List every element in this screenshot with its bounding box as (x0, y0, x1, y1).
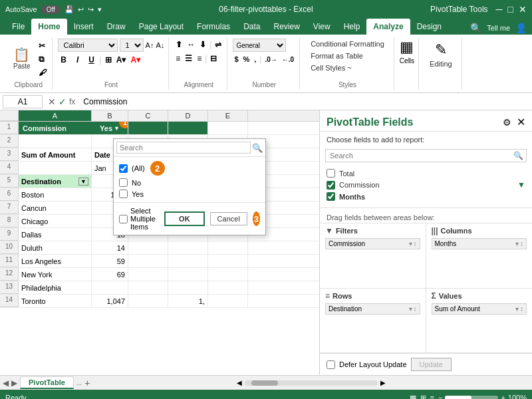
col-header-e[interactable]: E (208, 110, 248, 121)
checkbox-yes[interactable] (119, 190, 128, 198)
increase-font-icon[interactable]: A↑ (146, 41, 154, 49)
pivot-row-destination-move[interactable]: ↕ (414, 305, 417, 313)
pivot-field-commission-checkbox[interactable] (327, 181, 335, 190)
insert-function-icon[interactable]: fx (69, 97, 75, 106)
col-header-d[interactable]: D (168, 110, 208, 121)
autosave-toggle[interactable]: Off (41, 5, 61, 14)
font-name-select[interactable]: Calibri (58, 39, 118, 52)
zoom-slider[interactable] (445, 396, 498, 399)
cell-d11[interactable] (168, 255, 208, 267)
tab-insert[interactable]: Insert (67, 19, 100, 35)
number-format-select[interactable]: General (233, 39, 286, 52)
decrease-decimal-button[interactable]: ←.0 (281, 55, 295, 65)
cell-b14[interactable]: 1,047 (92, 295, 128, 307)
merge-button[interactable]: ⊟ (209, 53, 218, 65)
align-bottom-button[interactable]: ⬇ (198, 39, 207, 51)
percent-button[interactable]: % (242, 54, 251, 65)
align-center-button[interactable]: ☰ (184, 53, 194, 65)
pivot-search-input[interactable] (326, 150, 511, 162)
tab-draw[interactable]: Draw (100, 19, 132, 35)
pivot-close-icon[interactable]: ✕ (517, 116, 525, 128)
pivot-column-months-move[interactable]: ↕ (520, 240, 523, 247)
pivot-settings-icon[interactable]: ⚙ (503, 117, 511, 128)
align-left-button[interactable]: ≡ (174, 53, 182, 65)
search-ribbon-icon[interactable]: 🔍 (470, 23, 481, 33)
cell-e1[interactable] (208, 122, 248, 134)
tab-design[interactable]: Design (410, 19, 448, 35)
checkbox-all[interactable] (119, 164, 128, 173)
cell-c10[interactable] (128, 241, 168, 254)
cell-c11[interactable] (128, 255, 168, 267)
col-header-c[interactable]: C (128, 110, 168, 121)
cell-d12[interactable] (168, 268, 208, 281)
tab-data[interactable]: Data (237, 19, 267, 35)
cell-c1[interactable] (128, 122, 168, 134)
redo-icon[interactable]: ↪ (88, 5, 94, 14)
cell-a5[interactable]: Destination ▼ (19, 175, 92, 188)
share-icon[interactable]: 👤 (515, 23, 527, 33)
zoom-in-icon[interactable]: + (501, 394, 505, 399)
add-sheet-icon[interactable]: + (84, 378, 90, 388)
cell-b10[interactable]: 14 (92, 241, 128, 254)
minimize-button[interactable]: ─ (496, 4, 503, 15)
cell-a9[interactable]: Dallas (19, 228, 92, 241)
cell-c14[interactable] (128, 295, 168, 307)
align-top-button[interactable]: ⬆ (174, 39, 184, 51)
pivot-field-months-checkbox[interactable] (327, 192, 335, 201)
font-size-select[interactable]: 14 (120, 39, 144, 52)
tab-analyze[interactable]: Analyze (366, 19, 410, 35)
cell-a14[interactable]: Toronto (19, 295, 92, 307)
underline-button[interactable]: U (86, 54, 98, 66)
cell-e12[interactable] (208, 268, 248, 281)
pivot-filter-commission-item[interactable]: Commission ▾ ↕ (325, 238, 420, 249)
pivot-row-destination-dropdown[interactable]: ▾ (409, 305, 412, 313)
cell-d13[interactable] (168, 281, 208, 294)
cell-a3[interactable]: Sum of Amount (19, 148, 92, 161)
pivot-column-months-dropdown[interactable]: ▾ (515, 240, 519, 247)
tab-file[interactable]: File (5, 19, 31, 35)
close-button[interactable]: ✕ (519, 4, 527, 15)
sheet-tab-pivottable[interactable]: PivotTable (20, 376, 74, 389)
cancel-formula-icon[interactable]: ✕ (48, 96, 56, 107)
tab-help[interactable]: Help (337, 19, 367, 35)
dropdown-search-input[interactable] (116, 142, 251, 154)
scroll-bar-left-icon[interactable]: ◀ (237, 379, 242, 386)
checkbox-no[interactable] (119, 178, 128, 187)
cell-e13[interactable] (208, 281, 248, 294)
scroll-bar-right-icon[interactable]: ▶ (380, 379, 386, 386)
col-header-b[interactable]: B (92, 110, 128, 121)
cut-button[interactable]: ✂ (37, 40, 48, 52)
undo-icon[interactable]: ↩ (78, 5, 84, 14)
cell-a8[interactable]: Chicago (19, 215, 92, 227)
cancel-button[interactable]: Cancel (210, 212, 247, 225)
dropdown-item-no[interactable]: No (119, 177, 260, 188)
currency-button[interactable]: $ (233, 54, 239, 65)
pivot-value-sum-move[interactable]: ↕ (520, 305, 523, 313)
cell-e14[interactable] (208, 295, 248, 307)
cell-a10[interactable]: Duluth (19, 241, 92, 254)
cell-d10[interactable] (168, 241, 208, 254)
dropdown-item-all[interactable]: (All) 2 (119, 160, 260, 177)
tab-formulas[interactable]: Formulas (190, 19, 237, 35)
pivot-field-commission-filter-icon[interactable]: ▼ (517, 180, 525, 190)
scrollbar-thumb[interactable] (251, 380, 278, 386)
cell-b11[interactable]: 59 (92, 255, 128, 267)
align-right-button[interactable]: ≡ (196, 53, 203, 65)
cell-c12[interactable] (128, 268, 168, 281)
wrap-text-button[interactable]: ⇌ (213, 39, 223, 51)
tab-home[interactable]: Home (31, 19, 66, 35)
col-header-a[interactable]: A (19, 110, 92, 121)
save-icon[interactable]: 💾 (65, 5, 74, 14)
dropdown-item-yes[interactable]: Yes (119, 188, 260, 200)
align-middle-button[interactable]: ↔ (186, 39, 196, 51)
select-multiple-checkbox[interactable] (119, 215, 128, 223)
more-icon[interactable]: ▾ (98, 5, 102, 14)
bold-button[interactable]: B (58, 54, 70, 66)
ok-button[interactable]: OK (164, 211, 205, 226)
cell-a2[interactable] (19, 135, 92, 148)
cell-a13[interactable]: Philadelphia (19, 281, 92, 294)
decrease-font-icon[interactable]: A↓ (156, 41, 164, 49)
normal-view-icon[interactable]: ▦ (410, 394, 416, 400)
sheet-more-icon[interactable]: ... (76, 379, 82, 386)
cell-c13[interactable] (128, 281, 168, 294)
